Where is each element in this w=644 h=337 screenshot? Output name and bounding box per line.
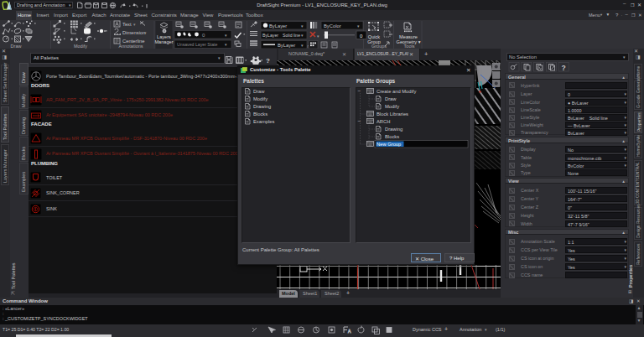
svg-text:Modify: Modify (385, 104, 399, 109)
svg-text:Draw: Draw (385, 96, 397, 101)
svg-text:Modify: Modify (253, 96, 267, 101)
svg-text:▾: ▾ (144, 30, 147, 35)
svg-text:Create and Modify: Create and Modify (377, 89, 416, 94)
svg-text:Geometry ▾: Geometry ▾ (397, 39, 421, 44)
svg-text:Draw: Draw (253, 89, 265, 94)
svg-text:▾: ▾ (317, 34, 319, 39)
svg-text:Solid line: Solid line (283, 33, 300, 38)
svg-text:−: − (358, 119, 361, 125)
svg-text:Layers: Layers (157, 34, 171, 39)
svg-text:Blocks: Blocks (253, 111, 267, 117)
svg-text:−: − (358, 89, 361, 95)
svg-text:ByLayer: ByLayer (269, 23, 287, 29)
svg-text:Measure: Measure (399, 34, 418, 39)
svg-text:Quick: Quick (368, 34, 381, 39)
svg-text:ByColor: ByColor (324, 23, 341, 29)
svg-text:Manager: Manager (154, 39, 173, 44)
svg-text:Unsaved Layer State: Unsaved Layer State (177, 42, 218, 47)
svg-text:Text: Text (122, 22, 132, 27)
svg-text:Block Libraries: Block Libraries (377, 111, 408, 117)
svg-text:ARCH: ARCH (377, 119, 390, 124)
svg-text:Dimension: Dimension (122, 30, 145, 35)
svg-text:▾: ▾ (133, 22, 136, 27)
svg-text:Examples: Examples (253, 119, 275, 124)
svg-text:ByLayer: ByLayer (278, 43, 295, 48)
svg-text:?: ? (266, 57, 270, 65)
svg-text:Drawing: Drawing (385, 127, 402, 132)
svg-text:ByLayer: ByLayer (262, 33, 278, 38)
svg-text:Group: Group (367, 39, 381, 44)
svg-text:?: ? (562, 64, 566, 72)
svg-text:Blocks: Blocks (385, 134, 399, 139)
svg-text:Centerline: Centerline (122, 39, 144, 44)
svg-text:A: A (348, 329, 351, 334)
svg-text:New Group: New Group (377, 142, 401, 147)
svg-text:Drawing: Drawing (253, 104, 271, 109)
